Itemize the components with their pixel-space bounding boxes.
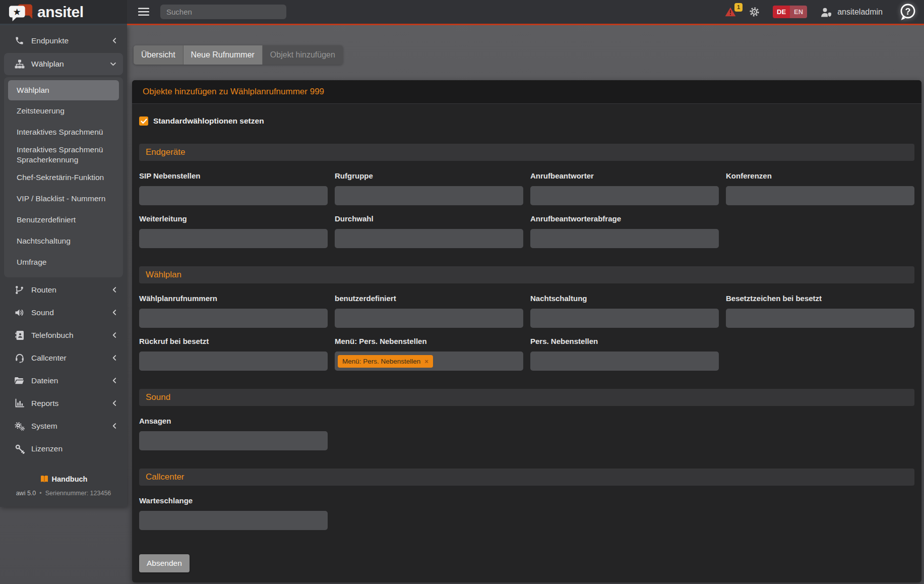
form-field: Ansagen	[139, 417, 328, 450]
sidebar-item-callcenter[interactable]: Callcenter	[0, 346, 127, 369]
topbar: ★ ansitel 1	[0, 0, 924, 24]
input-pers-nebenstellen[interactable]	[530, 352, 719, 371]
sidebar-item-wählplan[interactable]: Wählplan	[4, 53, 123, 75]
tab-übersicht[interactable]: Übersicht	[134, 45, 183, 65]
sidebar-item-routen[interactable]: Routen	[0, 278, 127, 301]
chat-bubbles-logo-icon: ★	[8, 3, 34, 22]
sidebar-subitem-benutzerdefiniert[interactable]: Benutzerdefiniert	[8, 209, 119, 230]
input-ansagen[interactable]	[139, 431, 328, 450]
form-field: Warteschlange	[139, 496, 328, 530]
remove-tag-icon[interactable]: ×	[424, 358, 428, 365]
chevron-left-icon	[111, 399, 118, 407]
input-rückruf-bei-besetzt[interactable]	[139, 352, 328, 371]
question-mark-icon: ?	[899, 3, 917, 22]
main-content: ÜbersichtNeue RufnummerObjekt hinzufügen…	[127, 25, 924, 584]
field-grid: SIP NebenstellenRufgruppeAnrufbeantworte…	[139, 171, 914, 248]
user-menu[interactable]: ansiteladmin	[820, 7, 883, 17]
section-header: Callcenter	[139, 469, 914, 486]
field-label: SIP Nebenstellen	[139, 171, 328, 180]
input-anrufbeantworter[interactable]	[530, 186, 719, 205]
form-field: Wählplanrufnummern	[139, 294, 328, 328]
input-besetztzeichen-bei-besetzt[interactable]	[726, 309, 914, 328]
sidebar-subitem-interaktives-sprachmenü-spracherkennung[interactable]: Interaktives Sprachmenü Spracherkennung	[8, 143, 119, 167]
sidebar-item-label: Reports	[31, 399, 58, 408]
input-nachtschaltung[interactable]	[530, 309, 719, 328]
panel-header: Objekte hinzufügen zu Wählplanrufnummer …	[132, 80, 921, 104]
form-field: Rufgruppe	[335, 171, 523, 205]
input-konferenzen[interactable]	[726, 186, 914, 205]
serial-number: Seriennummer: 123456	[45, 490, 111, 497]
input-anrufbeantworterabfrage[interactable]	[530, 229, 719, 248]
sidebar-submenu: WählplanZeitsteuerungInteraktives Sprach…	[4, 77, 123, 277]
sidebar-subitem-umfrage[interactable]: Umfrage	[8, 252, 119, 273]
sidebar-item-sound[interactable]: Sound	[0, 301, 127, 324]
selected-tag[interactable]: Menü: Pers. Nebenstellen×	[338, 355, 433, 368]
tab-objekt-hinzufügen[interactable]: Objekt hinzufügen	[263, 45, 343, 65]
field-label: Pers. Nebenstellen	[530, 337, 719, 345]
phone-icon	[14, 36, 25, 45]
alerts-button[interactable]: 1	[725, 7, 736, 17]
chevron-left-icon	[111, 309, 118, 316]
gears-icon	[14, 421, 25, 431]
sidebar-item-label: Routen	[31, 285, 56, 295]
version-label: awi 5.0	[16, 490, 36, 497]
sidebar-item-telefonbuch[interactable]: Telefonbuch	[0, 324, 127, 346]
sidebar-subitem-vip-blacklist-nummern[interactable]: VIP / Blacklist - Nummern	[8, 188, 119, 209]
headset-icon	[14, 353, 25, 363]
brand-logo[interactable]: ★ ansitel	[0, 0, 127, 24]
input-weiterleitung[interactable]	[139, 229, 328, 248]
field-label: Weiterleitung	[139, 214, 328, 223]
field-label: Nachtschaltung	[530, 294, 719, 303]
section-title: Sound	[146, 392, 170, 402]
chevron-left-icon	[111, 286, 118, 294]
sidebar-item-reports[interactable]: Reports	[0, 392, 127, 415]
section-header: Sound	[139, 389, 914, 406]
input-benutzerdefiniert[interactable]	[335, 309, 523, 328]
topbar-divider-left	[0, 24, 127, 25]
user-shield-icon	[820, 7, 833, 17]
input-sip-nebenstellen[interactable]	[139, 186, 328, 205]
tab-neue-rufnummer[interactable]: Neue Rufnummer	[183, 45, 263, 65]
form-field: benutzerdefiniert	[335, 294, 523, 328]
sidebar-subitem-nachtschaltung[interactable]: Nachtschaltung	[8, 230, 119, 252]
search-input[interactable]	[160, 5, 286, 19]
form-field: Durchwahl	[335, 214, 523, 248]
sidebar-item-dateien[interactable]: Dateien	[0, 369, 127, 392]
section-header: Endgeräte	[139, 144, 914, 161]
sidebar-subitem-zeitsteuerung[interactable]: Zeitsteuerung	[8, 100, 119, 122]
sidebar-subitem-interaktives-sprachmenü[interactable]: Interaktives Sprachmenü	[8, 122, 119, 143]
default-options-checkbox[interactable]	[139, 116, 148, 126]
code-branch-icon	[14, 285, 25, 295]
submit-button[interactable]: Absenden	[139, 554, 190, 572]
field-label: Durchwahl	[335, 214, 523, 223]
chevron-left-icon	[111, 377, 118, 384]
hamburger-menu-icon[interactable]	[138, 8, 149, 16]
sidebar-subitem-chef-sekretärin-funktion[interactable]: Chef-Sekretärin-Funktion	[8, 167, 119, 188]
field-label: Ansagen	[139, 417, 328, 425]
tab-bar: ÜbersichtNeue RufnummerObjekt hinzufügen	[134, 45, 343, 65]
sidebar-item-label: System	[31, 422, 57, 431]
folder-open-icon	[14, 376, 25, 385]
lang-en-button[interactable]: EN	[790, 6, 807, 18]
username: ansiteladmin	[837, 8, 883, 17]
section-title: Wählplan	[146, 270, 181, 280]
form-field: Anrufbeantworter	[530, 171, 719, 205]
lang-de-button[interactable]: DE	[773, 6, 790, 18]
help-button[interactable]: ?	[899, 3, 917, 22]
sidebar-item-system[interactable]: System	[0, 415, 127, 437]
handbuch-link[interactable]: Handbuch	[40, 475, 88, 483]
form-field: Nachtschaltung	[530, 294, 719, 328]
field-label: Konferenzen	[726, 171, 914, 180]
input-rufgruppe[interactable]	[335, 186, 523, 205]
input-durchwahl[interactable]	[335, 229, 523, 248]
sidebar-item-label: Sound	[31, 308, 54, 317]
sidebar-item-lizenzen[interactable]: Lizenzen	[0, 437, 127, 460]
input-menü-pers-nebenstellen[interactable]: Menü: Pers. Nebenstellen×	[335, 352, 523, 371]
sidebar-subitem-wählplan[interactable]: Wählplan	[8, 80, 119, 100]
settings-gear-icon[interactable]	[749, 7, 760, 17]
input-warteschlange[interactable]	[139, 511, 328, 530]
input-wählplanrufnummern[interactable]	[139, 309, 328, 328]
sidebar-item-label: Telefonbuch	[31, 331, 74, 340]
form-field: Pers. Nebenstellen	[530, 337, 719, 371]
sidebar-item-endpunkte[interactable]: Endpunkte	[0, 29, 127, 52]
